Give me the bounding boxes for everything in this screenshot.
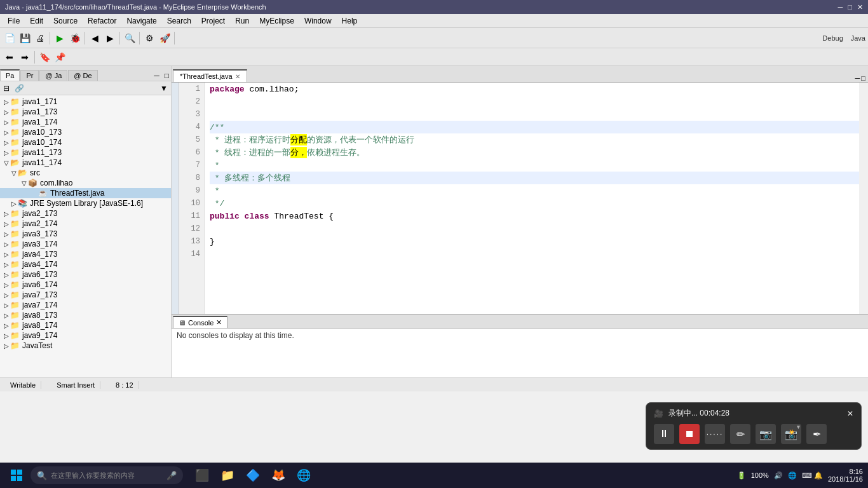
close-btn[interactable]: ✕ [857, 3, 863, 11]
panel-maximize-btn[interactable]: □ [163, 71, 171, 81]
tab-package-explorer[interactable]: Pa [0, 69, 20, 81]
panel-minimize-btn[interactable]: ─ [152, 71, 161, 81]
search-bar[interactable]: 🔍 在这里输入你要搜索的内容 🎤 [31, 466, 183, 484]
recording-dots-btn[interactable]: ····· [705, 424, 725, 444]
tree-jre[interactable]: ▷ 📚 JRE System Library [JavaSE-1.6] [0, 198, 171, 208]
tree-java1_174[interactable]: ▷ 📁 java1_174 [0, 117, 171, 127]
debug-btn[interactable]: 🐞 [68, 31, 82, 45]
tb2-btn3[interactable]: 🔖 [37, 50, 51, 64]
back-btn[interactable]: ◀ [88, 31, 102, 45]
tree-java7_173[interactable]: ▷ 📁 java7_173 [0, 290, 171, 300]
tb2-btn2[interactable]: ➡ [18, 50, 32, 64]
tree-javatest[interactable]: ▷ 📁 JavaTest [0, 341, 171, 351]
menu-navigate[interactable]: Navigate [121, 14, 161, 27]
run-btn[interactable]: ▶ [53, 31, 67, 45]
taskbar-firefox[interactable]: 🦊 [267, 464, 290, 487]
tab-threadtest[interactable]: *ThreadTest.java ✕ [173, 69, 247, 82]
recording-close-btn[interactable]: ✕ [847, 409, 853, 418]
menu-help[interactable]: Help [337, 14, 363, 27]
taskbar-battery-icon: 🔋 [737, 471, 746, 480]
tree-java10_174[interactable]: ▷ 📁 java10_174 [0, 137, 171, 147]
menu-bar: File Edit Source Refactor Navigate Searc… [0, 14, 868, 28]
tab-close-btn[interactable]: ✕ [235, 73, 240, 80]
tree-java6_173[interactable]: ▷ 📁 java6_173 [0, 269, 171, 280]
menu-file[interactable]: File [3, 14, 25, 27]
expander-icon: ▷ [3, 261, 10, 268]
minimize-btn[interactable]: ─ [838, 3, 843, 11]
tree-label: java4_174 [22, 260, 57, 269]
taskbar-network-icon[interactable]: 🌐 [788, 471, 797, 480]
save-btn[interactable]: 💾 [18, 31, 32, 45]
tree-java11_173[interactable]: ▷ 📁 java11_173 [0, 147, 171, 158]
editor-max-btn[interactable]: □ [861, 74, 865, 82]
tree-threadtest[interactable]: ☕ ThreadTest.java [0, 188, 171, 198]
start-button[interactable] [5, 464, 28, 487]
print-btn[interactable]: 🖨 [33, 31, 47, 45]
new-btn[interactable]: 📄 [3, 31, 17, 45]
search-icon-btn[interactable]: 🔍 [123, 31, 137, 45]
expander-icon: ▷ [3, 281, 10, 288]
taskbar-volume-icon[interactable]: 🔊 [774, 471, 783, 480]
tab-ja[interactable]: @ Ja [39, 70, 67, 81]
taskbar-clock[interactable]: 8:16 2018/11/16 [828, 468, 863, 483]
tree-java11_174[interactable]: ▽ 📂 java11_174 [0, 158, 171, 168]
build-btn[interactable]: ⚙ [142, 31, 156, 45]
link-with-editor-btn[interactable]: 🔗 [13, 83, 26, 93]
tree-src[interactable]: ▽ 📂 src [0, 168, 171, 178]
menu-edit[interactable]: Edit [25, 14, 48, 27]
view-menu-btn[interactable]: ▼ [158, 83, 170, 93]
expander-icon: ▽ [10, 170, 18, 177]
taskbar-app1[interactable]: 🔷 [241, 464, 264, 487]
recording-pause-btn[interactable]: ⏸ [654, 424, 674, 444]
tree-java1_171[interactable]: ▷ 📁 java1_171 [0, 97, 171, 107]
tree-java3_174[interactable]: ▷ 📁 java3_174 [0, 239, 171, 249]
tab-pr[interactable]: Pr [20, 70, 39, 81]
tree-java2_173[interactable]: ▷ 📁 java2_173 [0, 208, 171, 219]
tab-de[interactable]: @ De [68, 70, 97, 81]
recording-screenshot-btn[interactable]: 📷 [756, 424, 776, 444]
taskbar-tray-icons: ⌨ 🔔 [802, 471, 823, 480]
editor-min-btn[interactable]: ─ [855, 74, 860, 82]
collapse-all-btn[interactable]: ⊟ [1, 83, 11, 93]
tab-console[interactable]: 🖥 Console ✕ [173, 316, 227, 328]
menu-search[interactable]: Search [162, 14, 196, 27]
menu-source[interactable]: Source [48, 14, 83, 27]
console-close-btn[interactable]: ✕ [216, 318, 222, 327]
tree-java10_173[interactable]: ▷ 📁 java10_173 [0, 127, 171, 137]
menu-run[interactable]: Run [230, 14, 254, 27]
console-tabs: 🖥 Console ✕ [172, 315, 868, 329]
highlight-text: 分， [290, 147, 307, 158]
tree-java3_173[interactable]: ▷ 📁 java3_173 [0, 229, 171, 239]
code-content[interactable]: package com.lihao; /** * 进程：程序运行时分配的资源，代… [205, 83, 859, 314]
comment-text: */ [210, 199, 224, 208]
tb2-btn4[interactable]: 📌 [53, 50, 67, 64]
mic-icon[interactable]: 🎤 [166, 471, 177, 480]
tree-java8_173[interactable]: ▷ 📁 java8_173 [0, 310, 171, 320]
tree-java2_174[interactable]: ▷ 📁 java2_174 [0, 219, 171, 229]
taskbar-taskview[interactable]: ⬛ [191, 464, 214, 487]
maximize-btn[interactable]: □ [848, 3, 852, 11]
menu-project[interactable]: Project [196, 14, 230, 27]
recording-stop-btn[interactable]: ⏹ [679, 424, 700, 444]
menu-refactor[interactable]: Refactor [83, 14, 121, 27]
tb2-btn1[interactable]: ⬅ [3, 50, 17, 64]
tree-java4_174[interactable]: ▷ 📁 java4_174 [0, 259, 171, 269]
tree-com-lihao[interactable]: ▽ 📦 com.lihao [0, 178, 171, 188]
fwd-btn[interactable]: ▶ [103, 31, 117, 45]
tree-java7_174[interactable]: ▷ 📁 java7_174 [0, 300, 171, 310]
tree-java9_174[interactable]: ▷ 📁 java9_174 [0, 330, 171, 341]
menu-myeclipse[interactable]: MyEclipse [254, 14, 299, 27]
svg-rect-1 [17, 470, 22, 475]
recording-annotate-btn[interactable]: ✒ [806, 424, 827, 444]
tree-java8_174[interactable]: ▷ 📁 java8_174 [0, 320, 171, 330]
recording-marker-btn[interactable]: ✏ [730, 424, 750, 444]
tree-java6_174[interactable]: ▷ 📁 java6_174 [0, 280, 171, 290]
tree-label: java7_174 [22, 301, 57, 309]
code-line-1: package com.lihao; [210, 83, 859, 95]
tree-java4_173[interactable]: ▷ 📁 java4_173 [0, 249, 171, 259]
deploy-btn[interactable]: 🚀 [158, 31, 172, 45]
tree-java1_173[interactable]: ▷ 📁 java1_173 [0, 107, 171, 117]
menu-window[interactable]: Window [299, 14, 337, 27]
taskbar-fileexplorer[interactable]: 📁 [216, 464, 239, 487]
taskbar-browser[interactable]: 🌐 [292, 464, 315, 487]
